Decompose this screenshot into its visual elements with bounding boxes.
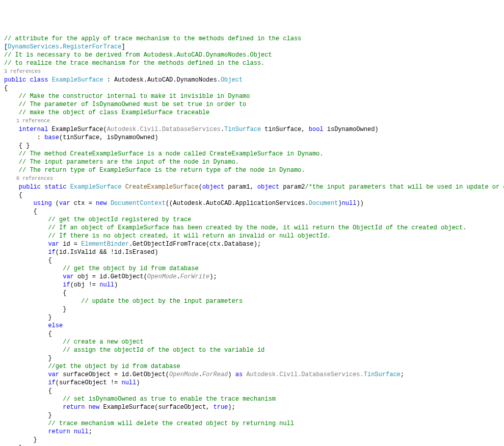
code-line: // attribute for the apply of trace mech… bbox=[4, 35, 500, 43]
code-line: } bbox=[4, 444, 500, 446]
code-line: // If an object of ExampleSurface has be… bbox=[4, 224, 500, 232]
code-line: public class ExampleSurface : Autodesk.A… bbox=[4, 76, 500, 84]
code-line: { bbox=[4, 207, 500, 216]
code-line: { bbox=[4, 84, 500, 92]
code-line: if(obj != null) bbox=[4, 281, 500, 289]
code-line: // create a new object bbox=[4, 338, 500, 346]
code-line: { bbox=[4, 330, 500, 338]
code-line: // The method CreateExampleSurface is a … bbox=[4, 150, 500, 158]
comment-text: // attribute for the apply of trace mech… bbox=[4, 35, 301, 42]
code-line: } bbox=[4, 436, 500, 444]
code-line: var obj = id.GetObject(OpenMode.ForWrite… bbox=[4, 273, 500, 281]
code-line: // assign the objectId of the object to … bbox=[4, 346, 500, 354]
code-line: : base(tinSurface, isDynamoOwned) bbox=[4, 134, 500, 142]
code-line: } bbox=[4, 305, 500, 313]
code-line: } bbox=[4, 354, 500, 362]
code-line: // trace mechanism will delete the creat… bbox=[4, 419, 500, 428]
code-line: { bbox=[4, 387, 500, 395]
code-line: // to realize the trace mechanism for th… bbox=[4, 59, 500, 67]
code-line: // get the objectId registered by trace bbox=[4, 216, 500, 224]
code-line: { bbox=[4, 256, 500, 265]
code-line: } bbox=[4, 411, 500, 419]
code-line: // The input parameters are the input of… bbox=[4, 158, 500, 166]
code-line: if(id.IsValid && !id.IsErased) bbox=[4, 248, 500, 256]
code-line: { bbox=[4, 191, 500, 199]
code-line: // update the object by the input parame… bbox=[4, 297, 500, 305]
code-line: if(surfaceObject != null) bbox=[4, 379, 500, 387]
code-line: //get the object by id from database bbox=[4, 362, 500, 371]
code-line: else bbox=[4, 322, 500, 330]
code-line: var id = ElementBinder.GetObjectIdFromTr… bbox=[4, 240, 500, 248]
code-line: // Make the constructor internal to make… bbox=[4, 92, 500, 100]
code-line: // set isDynamoOwned as true to enable t… bbox=[4, 395, 500, 403]
code-line: } bbox=[4, 313, 500, 322]
code-line: // It is necessary to be derived from Au… bbox=[4, 51, 500, 59]
code-line: public static ExampleSurface CreateExamp… bbox=[4, 183, 500, 191]
code-line: { } bbox=[4, 142, 500, 150]
code-line: { bbox=[4, 289, 500, 297]
code-line: // If there is no object created, it wil… bbox=[4, 232, 500, 240]
code-line: // The parameter of IsDynamoOwned must b… bbox=[4, 100, 500, 109]
code-line: // get the object by id from database bbox=[4, 265, 500, 273]
code-line: // make the object of class ExampleSurfa… bbox=[4, 109, 500, 117]
code-line: var surfaceObject = id.GetObject(OpenMod… bbox=[4, 371, 500, 379]
code-line: return null; bbox=[4, 428, 500, 436]
code-editor[interactable]: // attribute for the apply of trace mech… bbox=[4, 35, 500, 446]
codelens-references[interactable]: 3 references bbox=[4, 67, 500, 76]
code-line: using (var ctx = new DocumentContext((Au… bbox=[4, 199, 500, 207]
code-line: return new ExampleSurface(surfaceObject,… bbox=[4, 403, 500, 411]
codelens-references[interactable]: 1 reference bbox=[4, 117, 500, 125]
code-line: // The return type of ExampleSurface is … bbox=[4, 166, 500, 174]
codelens-references[interactable]: 0 references bbox=[4, 174, 500, 183]
code-line: [DynamoServices.RegisterForTrace] bbox=[4, 43, 500, 51]
code-line: internal ExampleSurface(Autodesk.Civil.D… bbox=[4, 125, 500, 134]
